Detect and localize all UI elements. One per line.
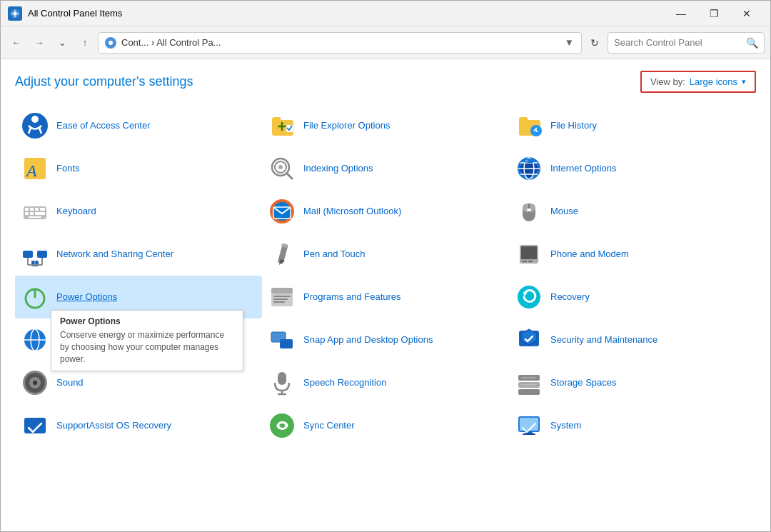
internet-icon: ≡ [515,154,543,183]
pen-label: Pen and Touch [303,249,366,261]
speech-icon [268,368,296,397]
cp-item-storage[interactable]: Storage Spaces [509,361,756,404]
file-explorer-label: File Explorer Options [303,120,390,132]
search-icon: 🔍 [746,37,758,49]
app-icon [8,6,22,21]
pen-icon [268,240,296,268]
sync-icon [268,411,296,440]
svg-rect-73 [278,372,286,385]
svg-point-3 [31,116,39,123]
svg-rect-54 [271,288,293,293]
address-box: Cont... › All Control Pa... ▼ [98,32,582,54]
view-by-arrow-icon: ▾ [742,77,746,86]
address-dropdown-button[interactable]: ▼ [563,36,575,49]
programs-label: Programs and Features [303,291,401,303]
maximize-button[interactable]: ❐ [697,1,730,26]
svg-rect-26 [25,212,29,215]
refresh-button[interactable]: ↻ [585,33,605,53]
address-path: Cont... › All Control Pa... [121,37,559,48]
cp-item-internet[interactable]: ≡ Internet Options [509,147,756,190]
fonts-label: Fonts [56,163,80,175]
forward-button[interactable]: → [29,33,49,53]
cp-item-file-explorer[interactable]: File Explorer Options [262,104,509,147]
cp-item-app-desktop[interactable]: Snap App and Desktop Options [262,318,509,361]
svg-rect-50 [528,261,533,262]
sync-label: Sync Center [303,420,355,432]
sound-label: Sound [56,377,84,389]
address-bar: ← → ⌄ ↑ Cont... › All Control Pa... ▼ ↻ … [1,26,770,59]
recovery-label: Recovery [550,291,590,303]
fonts-icon: A [21,154,49,183]
close-button[interactable]: ✕ [730,1,763,26]
cp-item-region[interactable]: Region [15,318,262,361]
svg-line-12 [287,174,292,179]
cp-item-speech[interactable]: Speech Recognition [262,361,509,404]
svg-text:A: A [25,161,37,180]
sound-icon [21,368,49,397]
svg-rect-24 [35,208,39,211]
cp-item-indexing[interactable]: Indexing Options [262,147,509,190]
svg-rect-38 [37,251,47,258]
power-icon [21,283,49,311]
svg-rect-88 [523,433,535,435]
svg-rect-28 [35,212,45,215]
svg-rect-37 [23,251,33,258]
cp-item-mouse[interactable]: Mouse [509,190,756,233]
svg-rect-49 [523,261,527,262]
system-label: System [550,420,581,432]
svg-text:≡: ≡ [525,159,528,164]
cp-item-supportassist[interactable]: SupportAssist OS Recovery [15,404,262,447]
svg-rect-56 [273,298,288,300]
cp-item-phone[interactable]: Phone and Modem [509,233,756,276]
power-label: Power Options [56,291,117,303]
cp-item-sync[interactable]: Sync Center [262,404,509,447]
app-desktop-icon [268,326,296,354]
svg-rect-55 [273,296,291,297]
cp-item-pen[interactable]: Pen and Touch [262,233,509,276]
cp-item-power[interactable]: Power Options Power Options Conserve ene… [15,276,262,318]
network-icon [21,240,49,268]
cp-item-system[interactable]: System [509,404,756,447]
ease-of-access-label: Ease of Access Center [56,120,151,132]
minimize-button[interactable]: — [665,1,697,26]
file-history-label: File History [550,120,597,132]
cp-item-recovery[interactable]: Recovery [509,276,756,318]
speech-label: Speech Recognition [303,377,386,389]
view-by-value[interactable]: Large icons [690,76,737,87]
cp-item-programs[interactable]: Programs and Features [262,276,509,318]
cp-item-mail[interactable]: Mail (Microsoft Outlook) [262,190,509,233]
cp-item-sound[interactable]: Sound [15,361,262,404]
cp-item-file-history[interactable]: File History [509,104,756,147]
svg-rect-36 [527,209,531,211]
storage-label: Storage Spaces [550,377,617,389]
back-button[interactable]: ← [6,33,26,53]
svg-rect-23 [30,208,34,211]
supportassist-icon [21,411,49,440]
cp-item-security[interactable]: Security and Maintenance [509,318,756,361]
app-desktop-label: Snap App and Desktop Options [303,334,433,346]
control-panel-grid: Ease of Access Center File Explorer Opti… [15,104,756,447]
view-by-selector[interactable]: View by: Large icons ▾ [640,71,756,93]
region-label: Region [56,334,86,346]
supportassist-label: SupportAssist OS Recovery [56,420,171,432]
svg-point-13 [278,165,283,169]
region-icon [21,326,49,354]
programs-icon [268,283,296,311]
svg-rect-25 [40,208,45,211]
cp-item-keyboard[interactable]: Keyboard [15,190,262,233]
system-icon [515,411,543,440]
cp-item-fonts[interactable]: A Fonts [15,147,262,190]
search-input[interactable] [614,37,746,48]
recent-locations-button[interactable]: ⌄ [52,33,72,53]
svg-rect-65 [280,339,293,348]
cp-item-ease-of-access[interactable]: Ease of Access Center [15,104,262,147]
svg-point-82 [270,413,294,438]
up-button[interactable]: ↑ [75,33,95,53]
mouse-label: Mouse [550,206,578,218]
security-label: Security and Maintenance [550,334,657,346]
svg-rect-29 [29,216,41,218]
view-by-label: View by: [650,76,685,87]
cp-item-network[interactable]: Network and Sharing Center [15,233,262,276]
search-box: 🔍 [608,32,765,54]
svg-rect-27 [30,212,34,215]
